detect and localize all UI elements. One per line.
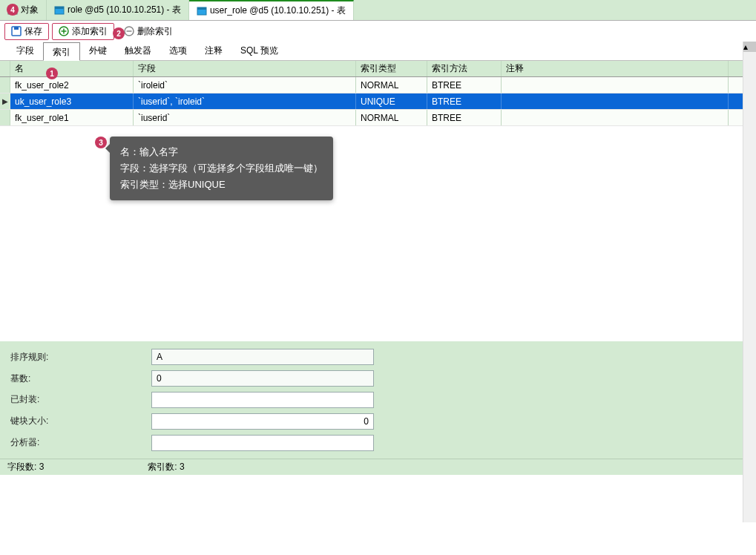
cell-fields[interactable]: `iroleid`	[134, 77, 356, 93]
status-field-count: 字段数: 3	[7, 461, 44, 473]
document-tabs: 对象 role @d5 (10.10.10.251) - 表 user_role…	[0, 0, 756, 21]
minus-icon	[124, 26, 134, 36]
cell-method[interactable]: BTREE	[427, 110, 502, 125]
subtab-options[interactable]: 选项	[160, 42, 196, 60]
cell-method[interactable]: BTREE	[427, 77, 502, 93]
cell-name[interactable]: fk_user_role2	[10, 77, 134, 93]
prop-parser-label: 分析器:	[10, 436, 151, 449]
tab-user-role[interactable]: user_role @d5 (10.10.10.251) - 表	[189, 0, 354, 20]
prop-packed-label: 已封装:	[10, 393, 151, 406]
delete-index-label: 删除索引	[137, 25, 173, 38]
vertical-scrollbar[interactable]: ▴	[743, 42, 756, 522]
annotation-badge-4: 4	[7, 4, 19, 16]
add-index-button[interactable]: 添加索引	[52, 23, 114, 40]
plus-icon	[59, 26, 69, 36]
cell-fields[interactable]: `iuserid`	[134, 110, 356, 125]
delete-index-button[interactable]: 删除索引	[117, 23, 180, 40]
tab-label: role @d5 (10.10.10.251) - 表	[68, 4, 181, 16]
status-bar: 字段数: 3 索引数: 3	[0, 459, 756, 475]
save-label: 保存	[24, 25, 42, 38]
subtab-fields[interactable]: 字段	[7, 42, 43, 60]
designer-tabs: 字段 索引 外键 触发器 选项 注释 SQL 预览	[0, 42, 756, 61]
svg-rect-4	[55, 7, 64, 9]
cell-method[interactable]: BTREE	[427, 93, 502, 109]
row-handle-header	[0, 61, 10, 76]
tooltip-line: 名：输入名字	[120, 144, 323, 160]
subtab-indexes[interactable]: 索引	[43, 42, 80, 61]
cell-type[interactable]: NORMAL	[356, 77, 427, 93]
col-fields[interactable]: 字段	[134, 61, 356, 76]
cell-name[interactable]: fk_user_role1	[10, 110, 134, 125]
grid-row[interactable]: fk_user_role2 `iroleid` NORMAL BTREE	[0, 77, 756, 93]
prop-packed-value[interactable]	[151, 392, 374, 408]
cell-comment[interactable]	[502, 77, 729, 93]
cell-fields[interactable]: `iuserid`, `iroleid`	[134, 93, 356, 109]
prop-sort-value[interactable]	[151, 349, 374, 365]
prop-cardinality-label: 基数:	[10, 372, 151, 385]
cell-type[interactable]: NORMAL	[356, 110, 427, 125]
subtab-fks[interactable]: 外键	[80, 42, 116, 60]
cell-type[interactable]: UNIQUE	[356, 93, 427, 109]
grid-header: 名 字段 索引类型 索引方法 注释	[0, 61, 756, 77]
grid-row[interactable]: ▶ uk_user_role3 `iuserid`, `iroleid` UNI…	[0, 93, 756, 110]
prop-cardinality-value[interactable]	[151, 370, 374, 387]
tooltip-line: 字段：选择字段（可选择多个字段组成唯一键）	[120, 160, 323, 177]
col-name[interactable]: 名	[10, 61, 134, 76]
tab-role[interactable]: role @d5 (10.10.10.251) - 表	[47, 0, 189, 20]
table-icon	[197, 6, 207, 16]
annotation-badge-2: 2	[113, 27, 125, 39]
tooltip-line: 索引类型：选择UNIQUE	[120, 177, 323, 193]
tab-label: user_role @d5 (10.10.10.251) - 表	[210, 4, 346, 17]
add-index-label: 添加索引	[72, 25, 108, 38]
row-handle[interactable]	[0, 77, 10, 93]
subtab-comment[interactable]: 注释	[196, 42, 231, 60]
prop-block-label: 键块大小:	[10, 415, 151, 427]
save-button[interactable]: 保存	[4, 23, 49, 40]
col-method[interactable]: 索引方法	[427, 61, 502, 76]
grid-body: fk_user_role2 `iroleid` NORMAL BTREE ▶ u…	[0, 77, 756, 341]
subtab-triggers[interactable]: 触发器	[116, 42, 160, 60]
annotation-badge-3: 3	[95, 137, 107, 148]
subtab-sql[interactable]: SQL 预览	[231, 42, 287, 60]
index-grid: 名 字段 索引类型 索引方法 注释 fk_user_role2 `iroleid…	[0, 61, 756, 341]
col-type[interactable]: 索引类型	[356, 61, 427, 76]
row-handle[interactable]: ▶	[0, 93, 10, 109]
index-properties: 排序规则: 基数: 已封装: 键块大小: 分析器:	[0, 341, 756, 459]
annotation-badge-1: 1	[46, 68, 58, 79]
table-icon	[54, 5, 65, 16]
cell-name[interactable]: uk_user_role3	[10, 93, 134, 109]
svg-rect-6	[197, 7, 206, 10]
tab-label: 对象	[21, 4, 39, 16]
svg-rect-8	[14, 27, 19, 30]
hint-tooltip: 名：输入名字 字段：选择字段（可选择多个字段组成唯一键） 索引类型：选择UNIQ…	[110, 137, 333, 200]
status-index-count: 索引数: 3	[148, 461, 184, 473]
scroll-up-button[interactable]: ▴	[743, 42, 756, 52]
cell-comment[interactable]	[502, 93, 729, 109]
prop-parser-value[interactable]	[151, 435, 374, 451]
cell-comment[interactable]	[502, 110, 729, 125]
prop-block-value[interactable]	[151, 413, 374, 430]
save-icon	[11, 26, 22, 36]
grid-row[interactable]: fk_user_role1 `iuserid` NORMAL BTREE	[0, 110, 756, 126]
prop-sort-label: 排序规则:	[10, 351, 151, 364]
row-handle[interactable]	[0, 110, 10, 125]
col-comment[interactable]: 注释	[502, 61, 729, 76]
